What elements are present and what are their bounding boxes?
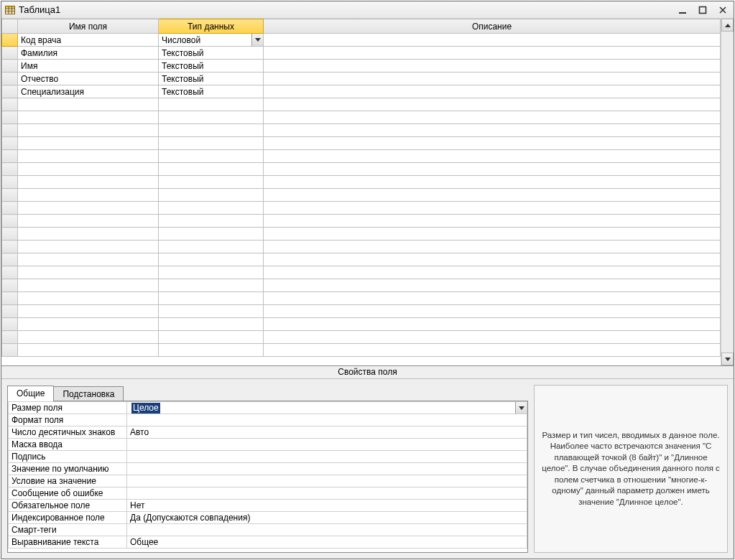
description-cell[interactable] <box>264 137 721 150</box>
row-selector[interactable] <box>2 163 18 176</box>
row-selector[interactable] <box>2 305 18 318</box>
field-name-cell[interactable] <box>18 253 159 266</box>
property-value-selected[interactable]: Целое <box>131 403 160 414</box>
property-value[interactable]: Общее <box>127 536 527 549</box>
property-value[interactable] <box>127 463 527 475</box>
data-type-cell[interactable]: Текстовый <box>159 47 264 60</box>
property-row[interactable]: Смарт-теги <box>9 524 527 536</box>
field-name-cell[interactable] <box>18 228 159 241</box>
description-cell[interactable] <box>264 73 721 85</box>
row-selector[interactable] <box>2 241 18 253</box>
data-type-cell[interactable] <box>159 202 264 215</box>
field-name-cell[interactable] <box>18 124 159 137</box>
description-cell[interactable] <box>264 292 721 305</box>
description-cell[interactable] <box>264 215 721 228</box>
tab-general[interactable]: Общие <box>7 386 54 401</box>
table-row[interactable] <box>2 98 721 111</box>
field-name-cell[interactable] <box>18 189 159 202</box>
property-value[interactable] <box>127 487 527 500</box>
field-name-cell[interactable] <box>18 241 159 253</box>
field-name-cell[interactable]: Имя <box>18 60 159 73</box>
property-row[interactable]: Значение по умолчанию <box>9 463 527 475</box>
description-cell[interactable] <box>264 98 721 111</box>
row-selector[interactable] <box>2 344 18 357</box>
table-row[interactable] <box>2 189 721 202</box>
close-button[interactable] <box>715 4 731 17</box>
data-type-cell[interactable] <box>159 292 264 305</box>
property-row[interactable]: Маска ввода <box>9 439 527 451</box>
field-name-cell[interactable] <box>18 266 159 279</box>
description-cell[interactable] <box>264 241 721 253</box>
row-selector[interactable] <box>2 137 18 150</box>
data-type-cell[interactable] <box>159 150 264 163</box>
field-name-cell[interactable] <box>18 215 159 228</box>
table-row[interactable] <box>2 228 721 241</box>
data-type-cell[interactable] <box>159 318 264 331</box>
table-row[interactable] <box>2 344 721 357</box>
table-row[interactable]: Код врачаЧисловой <box>2 34 721 47</box>
table-row[interactable] <box>2 111 721 124</box>
table-row[interactable] <box>2 202 721 215</box>
field-name-cell[interactable] <box>18 98 159 111</box>
property-row[interactable]: Условие на значение <box>9 475 527 487</box>
table-row[interactable] <box>2 292 721 305</box>
property-row[interactable]: Индексированное полеДа (Допускаются совп… <box>9 512 527 524</box>
description-cell[interactable] <box>264 163 721 176</box>
row-selector[interactable] <box>2 34 18 47</box>
description-cell[interactable] <box>264 228 721 241</box>
tab-lookup[interactable]: Подстановка <box>53 386 124 401</box>
field-name-cell[interactable] <box>18 344 159 357</box>
property-row[interactable]: Подпись <box>9 451 527 463</box>
property-value[interactable]: Нет <box>127 500 527 512</box>
row-selector-header[interactable] <box>2 19 18 34</box>
description-cell[interactable] <box>264 202 721 215</box>
row-selector[interactable] <box>2 85 18 98</box>
description-cell[interactable] <box>264 150 721 163</box>
property-row[interactable]: Формат поля <box>9 414 527 426</box>
data-type-cell[interactable] <box>159 266 264 279</box>
description-cell[interactable] <box>264 124 721 137</box>
property-row[interactable]: Обязательное полеНет <box>9 500 527 512</box>
vertical-scrollbar[interactable] <box>721 19 734 365</box>
row-selector[interactable] <box>2 215 18 228</box>
data-type-cell[interactable] <box>159 241 264 253</box>
row-selector[interactable] <box>2 124 18 137</box>
scroll-down-button[interactable] <box>721 353 734 365</box>
description-cell[interactable] <box>264 60 721 73</box>
table-row[interactable] <box>2 305 721 318</box>
table-row[interactable]: СпециализацияТекстовый <box>2 85 721 98</box>
data-type-cell[interactable] <box>159 111 264 124</box>
col-field-name[interactable]: Имя поля <box>18 19 159 34</box>
table-row[interactable] <box>2 331 721 344</box>
data-type-cell[interactable] <box>159 124 264 137</box>
row-selector[interactable] <box>2 47 18 60</box>
row-selector[interactable] <box>2 60 18 73</box>
property-dropdown-button[interactable] <box>515 402 527 414</box>
data-type-cell[interactable] <box>159 228 264 241</box>
field-name-cell[interactable]: Отчество <box>18 73 159 85</box>
data-type-cell[interactable]: Текстовый <box>159 73 264 85</box>
scroll-up-button[interactable] <box>721 19 734 32</box>
description-cell[interactable] <box>264 85 721 98</box>
description-cell[interactable] <box>264 34 721 47</box>
row-selector[interactable] <box>2 202 18 215</box>
property-row[interactable]: Размер поляЦелое <box>9 402 527 414</box>
field-name-cell[interactable] <box>18 279 159 292</box>
property-value[interactable] <box>127 475 527 487</box>
description-cell[interactable] <box>264 318 721 331</box>
table-row[interactable] <box>2 241 721 253</box>
row-selector[interactable] <box>2 189 18 202</box>
description-cell[interactable] <box>264 266 721 279</box>
row-selector[interactable] <box>2 279 18 292</box>
data-type-cell[interactable] <box>159 98 264 111</box>
scroll-track[interactable] <box>721 32 734 353</box>
row-selector[interactable] <box>2 98 18 111</box>
fields-grid[interactable]: Имя поля Тип данных Описание Код врачаЧи… <box>1 19 721 357</box>
row-selector[interactable] <box>2 73 18 85</box>
maximize-button[interactable] <box>695 4 711 17</box>
field-name-cell[interactable] <box>18 202 159 215</box>
row-selector[interactable] <box>2 253 18 266</box>
minimize-button[interactable] <box>675 4 690 17</box>
description-cell[interactable] <box>264 305 721 318</box>
table-row[interactable]: ОтчествоТекстовый <box>2 73 721 85</box>
